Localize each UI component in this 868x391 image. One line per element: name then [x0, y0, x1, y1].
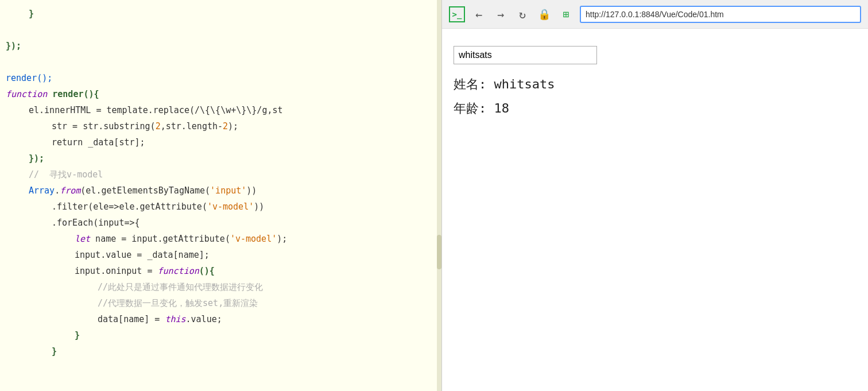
code-line: data[name] = this.value;: [0, 311, 441, 327]
code-editor: } }); render();function render(){el.inne…: [0, 0, 442, 391]
code-line: .filter(ele=>ele.getAttribute('v-model')…: [0, 199, 441, 215]
address-bar[interactable]: [580, 6, 861, 23]
code-line: });: [0, 38, 441, 54]
code-line: [0, 22, 441, 38]
code-line: Array.from(el.getElementsByTagName('inpu…: [0, 183, 441, 199]
code-line: //代理数据一旦变化，触发set,重新渲染: [0, 295, 441, 311]
browser-toolbar: >_ ← → ↻ 🔒 ⊞: [442, 0, 868, 29]
code-line: });: [0, 150, 441, 167]
code-line: }: [0, 6, 441, 22]
refresh-icon[interactable]: ↻: [514, 6, 530, 22]
browser-preview: >_ ← → ↻ 🔒 ⊞ 姓名: whitsats 年龄: 18: [442, 0, 868, 391]
terminal-icon[interactable]: >_: [449, 6, 465, 22]
lock-icon[interactable]: 🔒: [536, 6, 552, 22]
code-line: return _data[str];: [0, 134, 441, 150]
code-line: function render(){: [0, 86, 441, 102]
code-line: let name = input.getAttribute('v-model')…: [0, 231, 441, 247]
code-line: //此处只是通过事件通知代理数据进行变化: [0, 279, 441, 295]
code-line: }: [0, 343, 441, 359]
age-display: 年龄: 18: [454, 100, 857, 117]
code-line: [0, 54, 441, 70]
code-line: input.oninput = function(){: [0, 263, 441, 279]
forward-icon[interactable]: →: [493, 6, 509, 22]
code-line: el.innerHTML = template.replace(/\{\{\w+…: [0, 102, 441, 118]
code-line: .forEach(input=>{: [0, 215, 441, 231]
code-line: }: [0, 327, 441, 343]
code-line: input.value = _data[name];: [0, 247, 441, 263]
back-icon[interactable]: ←: [471, 6, 487, 22]
code-line: str = str.substring(2,str.length-2);: [0, 118, 441, 134]
name-input[interactable]: [454, 46, 597, 64]
name-display: 姓名: whitsats: [454, 76, 857, 93]
code-line: render();: [0, 70, 441, 86]
code-line: // 寻找v-model: [0, 167, 441, 183]
grid-icon[interactable]: ⊞: [558, 6, 574, 22]
browser-content: 姓名: whitsats 年龄: 18: [442, 29, 868, 391]
